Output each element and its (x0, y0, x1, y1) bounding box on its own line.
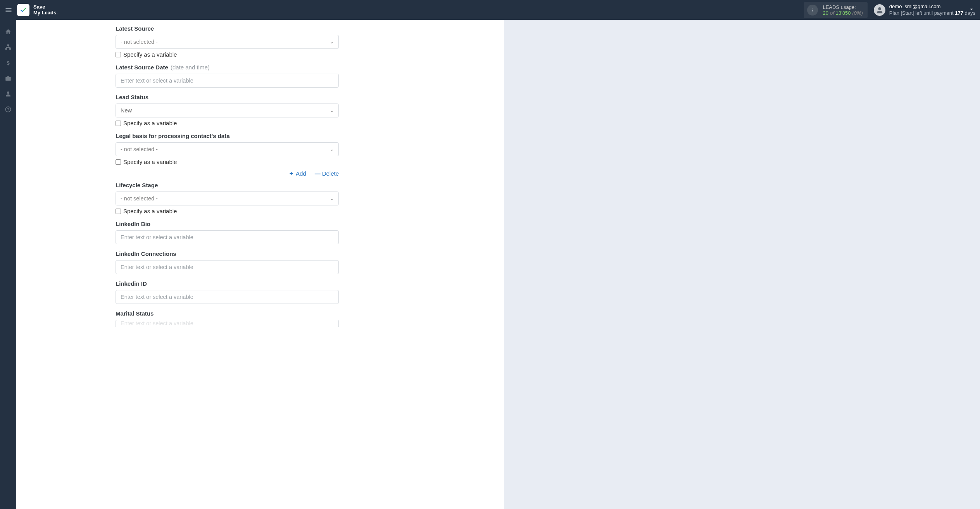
field-linkedin-bio: LinkedIn Bio Enter text or select a vari… (116, 221, 339, 244)
input-linkedin-connections[interactable]: Enter text or select a variable (116, 260, 339, 274)
checkbox-icon[interactable] (116, 159, 121, 165)
svg-rect-11 (7, 76, 9, 77)
input-marital-status[interactable]: Enter text or select a variable (116, 320, 339, 327)
svg-rect-4 (813, 9, 813, 11)
info-icon (807, 5, 818, 16)
user-box[interactable]: demo_sml@gmail.com Plan |Start| left unt… (874, 3, 975, 16)
plan-name: Start (902, 10, 913, 16)
user-email: demo_sml@gmail.com (889, 3, 975, 10)
brand-line2: My Leads. (33, 10, 58, 16)
input-placeholder: Enter text or select a variable (121, 264, 193, 270)
add-button[interactable]: ＋ Add (288, 170, 306, 177)
topbar: Save My Leads. LEADS usage: 20 of 13'850… (0, 0, 980, 20)
svg-rect-7 (5, 48, 7, 50)
user-avatar-icon (874, 4, 885, 16)
field-legal-basis: Legal basis for processing contact's dat… (116, 133, 339, 165)
svg-text:?: ? (7, 107, 9, 111)
specify-variable-label: Specify as a variable (123, 159, 177, 165)
label-text: Latest Source Date (116, 64, 168, 71)
input-placeholder: Enter text or select a variable (121, 320, 193, 326)
input-latest-source-date[interactable]: Enter text or select a variable (116, 74, 339, 88)
specify-variable-row[interactable]: Specify as a variable (116, 120, 339, 126)
svg-point-3 (813, 9, 813, 9)
briefcase-icon[interactable] (5, 75, 12, 82)
svg-rect-0 (6, 8, 12, 9)
select-lead-status[interactable]: New ⌄ (116, 104, 339, 117)
chevron-down-icon: ⌄ (330, 147, 334, 152)
checkmark-icon (20, 7, 27, 14)
specify-variable-row[interactable]: Specify as a variable (116, 51, 339, 58)
plan-mid: | left until payment (913, 10, 955, 16)
svg-rect-2 (6, 11, 12, 12)
specify-variable-label: Specify as a variable (123, 208, 177, 214)
checkbox-icon[interactable] (116, 52, 121, 57)
field-label: Lead Status (116, 94, 339, 100)
select-value: - not selected - (121, 39, 158, 45)
usage-values: 20 of 13'850 (0%) (823, 10, 863, 16)
form-card: Latest Source - not selected - ⌄ Specify… (16, 20, 504, 509)
svg-rect-8 (9, 48, 11, 50)
field-linkedin-id: Linkedin ID Enter text or select a varia… (116, 280, 339, 304)
field-latest-source-date: Latest Source Date (date and time) Enter… (116, 64, 339, 88)
add-delete-row: ＋ Add — Delete (116, 170, 339, 177)
svg-rect-10 (5, 77, 11, 81)
input-linkedin-id[interactable]: Enter text or select a variable (116, 290, 339, 304)
chevron-down-icon: ⌄ (330, 39, 334, 45)
input-placeholder: Enter text or select a variable (121, 78, 193, 84)
leads-usage-box[interactable]: LEADS usage: 20 of 13'850 (0%) (804, 2, 867, 18)
plus-icon: ＋ (288, 170, 294, 177)
brand-text: Save My Leads. (33, 4, 58, 16)
select-latest-source[interactable]: - not selected - ⌄ (116, 35, 339, 49)
add-label: Add (296, 170, 306, 177)
minus-icon: — (315, 170, 321, 177)
usage-count: 20 (823, 10, 828, 16)
field-label: Legal basis for processing contact's dat… (116, 133, 339, 139)
delete-button[interactable]: — Delete (315, 170, 339, 177)
input-placeholder: Enter text or select a variable (121, 294, 193, 300)
home-icon[interactable] (5, 28, 12, 35)
field-lifecycle-stage: Lifecycle Stage - not selected - ⌄ Speci… (116, 182, 339, 214)
field-label: LinkedIn Connections (116, 250, 339, 257)
usage-of: of (830, 10, 834, 16)
specify-variable-row[interactable]: Specify as a variable (116, 208, 339, 214)
field-linkedin-connections: LinkedIn Connections Enter text or selec… (116, 250, 339, 274)
svg-rect-6 (7, 45, 9, 46)
field-label: Linkedin ID (116, 280, 339, 287)
brand-logo[interactable] (17, 4, 29, 16)
usage-total: 13'850 (836, 10, 851, 16)
checkbox-icon[interactable] (116, 209, 121, 214)
usage-label: LEADS usage: (823, 4, 863, 10)
help-icon[interactable]: ? (5, 106, 12, 113)
select-lifecycle-stage[interactable]: - not selected - ⌄ (116, 192, 339, 205)
select-value: - not selected - (121, 195, 158, 202)
input-linkedin-bio[interactable]: Enter text or select a variable (116, 230, 339, 244)
plan-days-num: 177 (955, 10, 963, 16)
select-value: New (121, 107, 132, 114)
checkbox-icon[interactable] (116, 121, 121, 126)
plan-prefix: Plan | (889, 10, 902, 16)
dollar-icon[interactable]: $ (5, 59, 12, 66)
svg-point-5 (878, 7, 881, 10)
delete-label: Delete (322, 170, 339, 177)
field-label: LinkedIn Bio (116, 221, 339, 227)
user-icon[interactable] (5, 90, 12, 97)
sitemap-icon[interactable] (5, 44, 12, 51)
specify-variable-row[interactable]: Specify as a variable (116, 159, 339, 165)
field-lead-status: Lead Status New ⌄ Specify as a variable (116, 94, 339, 126)
field-label: Latest Source Date (date and time) (116, 64, 339, 71)
select-value: - not selected - (121, 146, 158, 152)
field-label: Marital Status (116, 310, 339, 317)
usage-pct: (0%) (852, 10, 863, 16)
svg-point-12 (7, 91, 9, 94)
svg-rect-1 (6, 10, 12, 10)
specify-variable-label: Specify as a variable (123, 120, 177, 126)
select-legal-basis[interactable]: - not selected - ⌄ (116, 142, 339, 156)
chevron-down-icon: ⌄ (330, 108, 334, 113)
chevron-down-icon[interactable] (968, 6, 975, 14)
input-placeholder: Enter text or select a variable (121, 234, 193, 240)
field-latest-source: Latest Source - not selected - ⌄ Specify… (116, 25, 339, 58)
hamburger-menu-icon[interactable] (5, 6, 12, 14)
field-label: Lifecycle Stage (116, 182, 339, 188)
brand-line1: Save (33, 4, 58, 10)
specify-variable-label: Specify as a variable (123, 51, 177, 58)
